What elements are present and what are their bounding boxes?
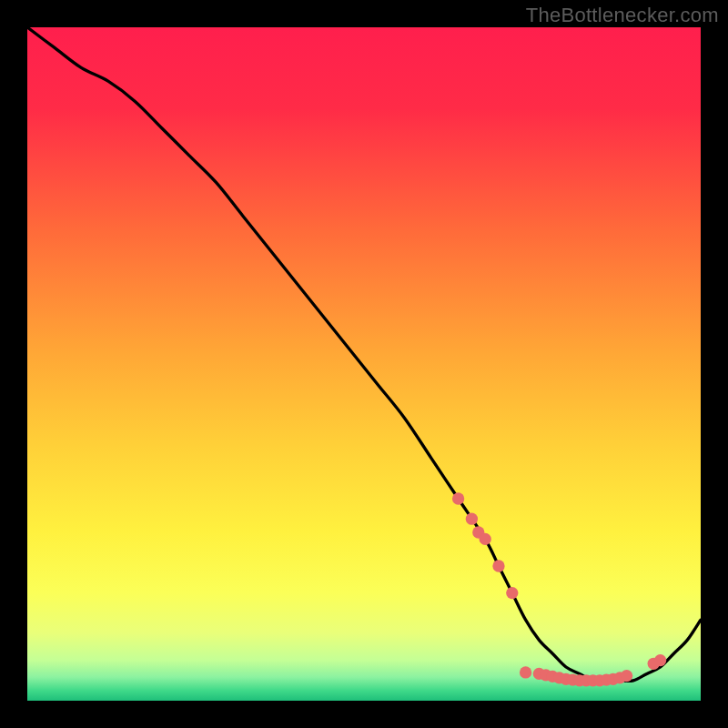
data-marker: [654, 654, 666, 666]
data-marker: [506, 587, 518, 599]
data-marker: [520, 666, 531, 678]
watermark-text: TheBottlenecker.com: [526, 4, 719, 27]
data-marker: [452, 492, 464, 504]
data-marker: [480, 533, 491, 545]
data-marker: [621, 670, 632, 682]
plot-area: [27, 27, 701, 701]
curve-layer: [27, 27, 701, 701]
data-marker: [492, 560, 504, 571]
data-marker: [466, 513, 478, 525]
bottleneck-curve: [27, 27, 701, 681]
marker-group: [452, 492, 666, 686]
chart-frame: TheBottlenecker.com: [0, 0, 728, 728]
